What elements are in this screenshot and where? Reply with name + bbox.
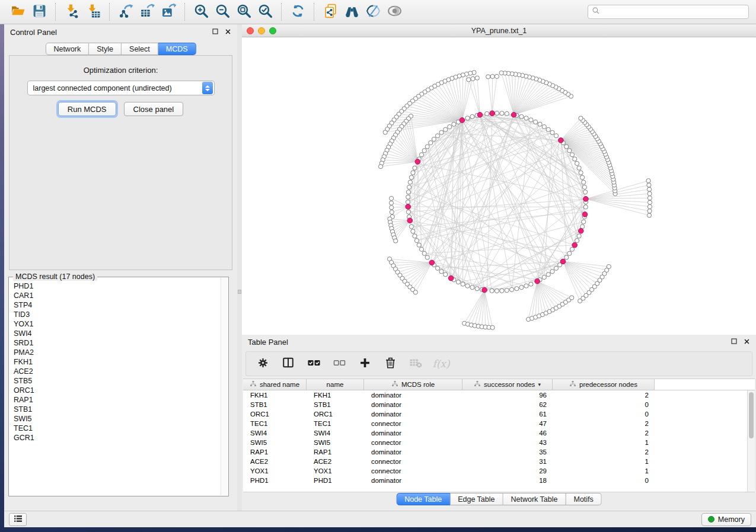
mcds-panel: Optimization criterion: largest connecte…: [9, 55, 232, 270]
zoom-in-button[interactable]: [190, 2, 212, 22]
table-row[interactable]: PHD1PHD1dominator180: [243, 476, 747, 485]
column-header-shared-name[interactable]: shared name: [243, 379, 307, 390]
mcds-result-item[interactable]: FKH1: [14, 357, 221, 367]
mcds-result-group: MCDS result (17 nodes) PHD1CAR1STP4TID3Y…: [8, 277, 229, 496]
close-panel-button[interactable]: Close panel: [124, 102, 184, 116]
mcds-result-list[interactable]: PHD1CAR1STP4TID3YOX1SWI4SRD1PMA2FKH1ACE2…: [9, 278, 221, 495]
float-panel-icon[interactable]: [731, 336, 738, 347]
unselect-all-icon: [333, 356, 346, 372]
export-network-button[interactable]: [115, 2, 136, 22]
toggle-graphics-details-button[interactable]: [362, 2, 384, 22]
vertical-splitter[interactable]: [237, 24, 242, 511]
network-canvas[interactable]: [242, 37, 756, 335]
table-row[interactable]: ACE2ACE2connector311: [243, 457, 747, 466]
share-document-button[interactable]: [320, 2, 341, 22]
refresh-layout-button[interactable]: [287, 2, 308, 22]
show-hide-eye-button[interactable]: [384, 2, 405, 22]
mcds-result-item[interactable]: STB5: [14, 376, 221, 386]
criterion-select[interactable]: largest connected component (undirected): [27, 81, 215, 95]
table-row[interactable]: YOX1YOX1connector291: [243, 466, 747, 476]
mcds-result-item[interactable]: SRD1: [14, 338, 221, 348]
mcds-result-item[interactable]: SWI5: [14, 414, 221, 424]
zoom-fit-icon: [237, 4, 251, 20]
mcds-result-item[interactable]: TID3: [14, 310, 221, 319]
column-header-successor-nodes[interactable]: successor nodes▾: [462, 379, 553, 390]
splitter-grip[interactable]: [238, 290, 241, 294]
mcds-result-item[interactable]: SWI4: [14, 329, 221, 338]
table-scrollbar[interactable]: [747, 390, 755, 492]
table-row[interactable]: STB1STB1dominator620: [243, 400, 747, 409]
open-file-button[interactable]: [7, 2, 28, 22]
run-mcds-button[interactable]: Run MCDS: [58, 102, 116, 116]
cell-name: SWI4: [307, 430, 364, 437]
tab-node-table[interactable]: Node Table: [396, 493, 450, 505]
column-header-MCDS-role[interactable]: MCDS role: [364, 379, 462, 390]
cell-mcds-role: connector: [364, 439, 462, 446]
close-panel-icon[interactable]: [225, 27, 231, 37]
mcds-result-item[interactable]: YOX1: [14, 319, 221, 329]
export-table-button[interactable]: [136, 2, 158, 22]
table-row[interactable]: TEC1TEC1connector472: [243, 419, 747, 428]
tab-network-table[interactable]: Network Table: [503, 493, 566, 505]
add-column-plus-button[interactable]: [358, 357, 372, 371]
column-header-name[interactable]: name: [307, 379, 364, 390]
tab-network[interactable]: Network: [45, 43, 89, 55]
search-binoculars-button[interactable]: [341, 2, 362, 22]
scrollbar-thumb[interactable]: [749, 392, 754, 438]
network-title: YPA_prune.txt_1: [242, 27, 756, 35]
import-table-icon: [86, 4, 101, 20]
mcds-result-item[interactable]: CAR1: [14, 291, 221, 300]
cell-successor-nodes: 35: [462, 448, 553, 456]
status-bar: Memory: [4, 511, 756, 527]
optimization-label: Optimization criterion:: [9, 66, 232, 75]
zoom-out-button[interactable]: [212, 2, 233, 22]
mcds-result-item[interactable]: PMA2: [14, 348, 221, 357]
cell-name: SWI5: [307, 439, 364, 446]
table-row[interactable]: SWI5SWI5connector431: [243, 438, 747, 447]
mcds-result-item[interactable]: GCR1: [14, 433, 221, 443]
tab-style[interactable]: Style: [89, 43, 122, 55]
zoom-fit-button[interactable]: [233, 2, 254, 22]
cell-successor-nodes: 96: [462, 392, 553, 399]
zoom-out-icon: [215, 4, 230, 20]
mcds-result-item[interactable]: RAP1: [14, 395, 221, 405]
import-table-button[interactable]: [82, 2, 104, 22]
table-row[interactable]: RAP1RAP1dominator352: [243, 447, 747, 457]
task-history-button[interactable]: [9, 513, 27, 526]
unselect-all-button[interactable]: [332, 357, 346, 371]
float-panel-icon[interactable]: [212, 27, 219, 37]
export-image-button[interactable]: [158, 2, 179, 22]
table-row[interactable]: FKH1FKH1dominator962: [243, 390, 747, 400]
memory-button[interactable]: Memory: [701, 513, 751, 526]
column-header-predecessor-nodes[interactable]: predecessor nodes: [553, 379, 655, 390]
mcds-result-item[interactable]: STP4: [14, 300, 221, 310]
tab-mcds[interactable]: MCDS: [158, 43, 196, 55]
show-columns-button[interactable]: [281, 357, 295, 371]
mcds-result-item[interactable]: ORC1: [14, 386, 221, 395]
tab-select[interactable]: Select: [122, 43, 158, 55]
tab-edge-table[interactable]: Edge Table: [450, 493, 503, 505]
zoom-selected-button[interactable]: [254, 2, 276, 22]
mcds-result-item[interactable]: ACE2: [14, 367, 221, 376]
cell-mcds-role: connector: [364, 458, 462, 465]
cell-mcds-role: connector: [364, 467, 462, 475]
mcds-result-item[interactable]: TEC1: [14, 424, 221, 433]
table-row[interactable]: SWI4SWI4dominator462: [243, 428, 747, 438]
save-session-button[interactable]: [28, 2, 50, 22]
table-settings-gear-button[interactable]: [256, 357, 270, 371]
close-panel-icon[interactable]: [744, 336, 750, 347]
table-row[interactable]: ORC1ORC1dominator610: [243, 409, 747, 419]
network-window: YPA_prune.txt_1: [242, 24, 756, 335]
search-box: [588, 5, 749, 19]
cell-mcds-role: dominator: [364, 430, 462, 437]
result-scrollbar[interactable]: [221, 278, 228, 495]
import-network-button[interactable]: [61, 2, 82, 22]
select-all-check-button[interactable]: [307, 357, 321, 371]
cell-shared-name: TEC1: [243, 420, 307, 427]
search-input[interactable]: [602, 8, 745, 16]
cell-shared-name: YOX1: [243, 467, 307, 475]
delete-column-trash-button[interactable]: [383, 357, 397, 371]
mcds-result-item[interactable]: STB1: [14, 405, 221, 414]
mcds-result-item[interactable]: PHD1: [14, 281, 221, 291]
tab-motifs[interactable]: Motifs: [566, 493, 601, 505]
